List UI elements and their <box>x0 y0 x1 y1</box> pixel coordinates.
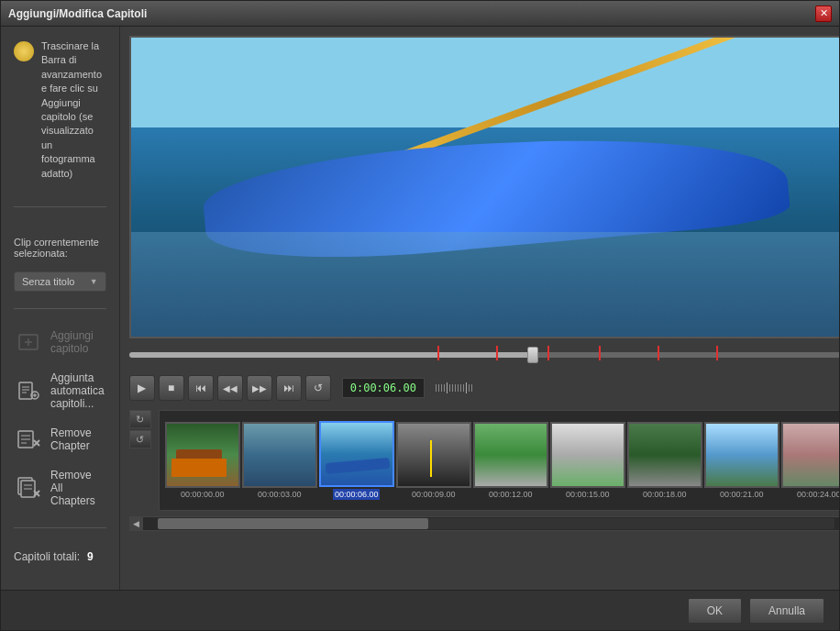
thumb-img-2 <box>242 422 317 488</box>
thumb-item-2[interactable]: 00:00:03.00 <box>242 422 317 499</box>
remove-chapter-icon <box>16 426 41 452</box>
title-bar: Aggiungi/Modifica Capitoli ✕ <box>1 1 839 27</box>
loop-button[interactable]: ↺ <box>305 375 331 401</box>
next-chapter-button[interactable]: ⏭ <box>276 375 302 401</box>
hint-area: Trascinare la Barra di avanzamento e far… <box>14 39 106 181</box>
clip-label: Clip correntemente selezionata: <box>14 237 106 259</box>
water-element <box>131 232 839 337</box>
hint-icon <box>14 41 34 61</box>
progress-bar-container[interactable] <box>129 346 839 364</box>
clip-dropdown-value: Senza titolo <box>22 276 74 287</box>
rotate-cw-button[interactable]: ↻ <box>129 410 151 428</box>
thumb-img-1 <box>165 422 240 488</box>
thumb-item-4[interactable]: 00:00:09.00 <box>396 422 471 499</box>
chapter-marker-5 <box>658 346 659 360</box>
progress-handle[interactable] <box>527 347 538 363</box>
tick-5 <box>447 382 448 393</box>
ok-button[interactable]: OK <box>688 598 742 624</box>
close-button[interactable]: ✕ <box>815 6 832 22</box>
scroll-thumb <box>158 518 428 529</box>
tick-2 <box>438 384 439 392</box>
thumb-img-6 <box>550 422 625 488</box>
total-chapters-label: Capitoli totali: <box>14 550 80 563</box>
divider-3 <box>14 527 106 528</box>
thumb-item-7[interactable]: 00:00:18.00 <box>627 422 702 499</box>
next-frame-button[interactable]: ▶▶ <box>247 375 272 401</box>
thumb-label-7: 00:00:18.00 <box>643 490 687 499</box>
time-display: 0:00:06.00 <box>342 378 425 398</box>
scroll-left-button[interactable]: ◀ <box>130 517 143 530</box>
tick-4 <box>444 384 445 392</box>
total-chapters-count: 9 <box>87 550 94 563</box>
thumb-img-9 <box>781 422 839 488</box>
tick-9 <box>458 384 459 392</box>
tick-14 <box>471 384 472 392</box>
chapter-marker-1 <box>437 346 439 360</box>
thumb-img-4 <box>396 422 471 488</box>
auto-add-icon <box>16 378 41 404</box>
stop-button[interactable]: ■ <box>159 375 184 401</box>
tick-10 <box>460 384 461 392</box>
thumb-label-5: 00:00:12.00 <box>489 490 533 499</box>
thumb-item-8[interactable]: 00:00:21.00 <box>704 422 779 499</box>
divider-1 <box>14 206 106 207</box>
thumb-item-1[interactable]: 00:00:00.00 <box>165 422 240 499</box>
add-chapter-button: Aggiungi capitolo <box>14 326 106 359</box>
bottom-bar: OK Annulla <box>1 590 839 630</box>
zoom-ticks <box>436 382 472 393</box>
right-panel: ▶ ■ ⏮ ◀◀ ▶▶ ⏭ ↺ 0:00:06.00 <box>120 27 839 590</box>
thumb-label-1: 00:00:00.00 <box>181 490 225 499</box>
progress-track <box>129 352 839 358</box>
remove-all-chapters-icon <box>16 475 41 501</box>
timeline-scrollbar[interactable]: ◀ ▶ <box>129 516 839 531</box>
chapter-marker-3 <box>547 346 549 360</box>
tick-6 <box>449 384 450 392</box>
chapter-marker-2 <box>496 346 498 360</box>
prev-chapter-button[interactable]: ⏮ <box>188 375 214 401</box>
thumb-item-9[interactable]: 00:00:24.00 <box>781 422 839 499</box>
thumb-label-3: 00:00:06.00 <box>333 489 381 500</box>
tick-1 <box>436 384 437 392</box>
chapter-marker-6 <box>716 346 718 360</box>
add-chapter-icon <box>16 329 41 355</box>
cancel-button[interactable]: Annulla <box>749 598 824 624</box>
scroll-track[interactable] <box>158 518 834 529</box>
main-content: Trascinare la Barra di avanzamento e far… <box>1 27 839 590</box>
video-scene <box>131 38 839 337</box>
auto-add-button[interactable]: Aggiunta automatica capitoli... <box>14 368 106 414</box>
thumb-img-5 <box>473 422 548 488</box>
tick-8 <box>455 384 456 392</box>
chapter-marker-4 <box>599 346 601 360</box>
left-panel: Trascinare la Barra di avanzamento e far… <box>1 27 120 590</box>
divider-2 <box>14 308 106 309</box>
chevron-down-icon: ▼ <box>90 277 98 286</box>
add-chapter-label: Aggiungi capitolo <box>50 329 105 355</box>
thumbnails-area: ↻ ↺ 00:00:00.00 00:00:0 <box>129 410 839 511</box>
thumb-label-6: 00:00:15.00 <box>566 490 610 499</box>
remove-all-chapters-button[interactable]: Remove All Chapters <box>14 465 106 511</box>
thumb-label-2: 00:00:03.00 <box>258 490 302 499</box>
controls-bar: ▶ ■ ⏮ ◀◀ ▶▶ ⏭ ↺ 0:00:06.00 <box>129 371 839 404</box>
remove-all-chapters-label: Remove All Chapters <box>50 469 105 507</box>
thumb-item-6[interactable]: 00:00:15.00 <box>550 422 625 499</box>
hint-text: Trascinare la Barra di avanzamento e far… <box>41 39 106 181</box>
thumb-img-7 <box>627 422 702 488</box>
remove-chapter-button[interactable]: Remove Chapter <box>14 423 106 456</box>
tick-3 <box>441 384 442 392</box>
thumb-label-4: 00:00:09.00 <box>412 490 456 499</box>
total-chapters-area: Capitoli totali: 9 <box>14 550 106 563</box>
clip-dropdown[interactable]: Senza titolo ▼ <box>14 271 106 292</box>
play-button[interactable]: ▶ <box>129 375 155 401</box>
thumb-item-3[interactable]: 00:00:06.00 <box>319 421 394 500</box>
thumb-img-8 <box>704 422 779 488</box>
svg-rect-3 <box>19 382 32 399</box>
video-preview <box>129 36 839 338</box>
remove-chapter-label: Remove Chapter <box>50 426 105 452</box>
rotate-ccw-button[interactable]: ↺ <box>129 430 151 448</box>
tick-13 <box>469 384 470 392</box>
thumbnails-row: 00:00:00.00 00:00:03.00 00:00:06.00 <box>159 410 839 511</box>
tick-11 <box>463 384 464 392</box>
prev-frame-button[interactable]: ◀◀ <box>217 375 243 401</box>
thumb-item-5[interactable]: 00:00:12.00 <box>473 422 548 499</box>
main-window: Aggiungi/Modifica Capitoli ✕ Trascinare … <box>0 0 840 631</box>
